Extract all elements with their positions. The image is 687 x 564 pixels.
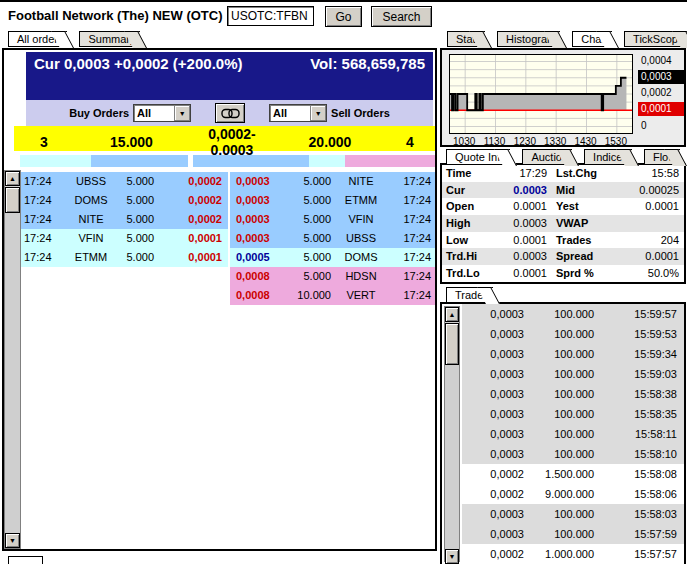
- x-axis-label: 1130: [482, 136, 508, 147]
- quote-label: Time: [442, 165, 498, 182]
- instrument-title: Football Network (The) NEW (OTC): [8, 8, 222, 23]
- x-axis-label: 1430: [573, 136, 599, 147]
- order-price: 0,0002: [168, 191, 228, 210]
- scrollbar-thumb[interactable]: [5, 187, 20, 213]
- buy-order-row[interactable]: 17:24UBSS5.0000,0002: [20, 172, 228, 191]
- trade-time: 15:58:08: [594, 464, 684, 484]
- quote-label: Trd.Hi: [442, 248, 498, 265]
- buy-depth-bar: [20, 155, 188, 167]
- trade-row[interactable]: 0,0003100.00015:59:57: [462, 304, 684, 324]
- order-size: 5.000: [120, 248, 168, 267]
- quote-label: Open: [442, 198, 498, 215]
- trade-row[interactable]: 0,0003100.00015:58:03: [462, 504, 684, 524]
- market-maker: VFIN: [62, 229, 120, 248]
- tab-chart[interactable]: Chart: [572, 31, 612, 47]
- trade-time: 15:58:06: [594, 484, 684, 504]
- quote-row: Cur0.0003Mid0.00025: [442, 182, 684, 199]
- sell-order-row[interactable]: 0,000810.000VERT17:24: [230, 286, 435, 305]
- buy-order-row[interactable]: 17:24ETMM5.0000,0001: [20, 248, 228, 267]
- sell-filter-value: All: [270, 105, 310, 121]
- trades-scrollbar[interactable]: ▲ ▼: [444, 306, 460, 562]
- order-filter-bar: Buy Orders All ▼ All ▼ Sell Orders: [26, 100, 433, 126]
- tab-flow[interactable]: Flow: [644, 149, 680, 165]
- trade-price: 0,0003: [462, 344, 524, 364]
- scroll-up-icon[interactable]: ▲: [5, 171, 20, 186]
- order-time: 17:24: [20, 172, 62, 191]
- trade-row[interactable]: 0,00029.000.00015:58:06: [462, 484, 684, 504]
- depth-bars: [4, 155, 435, 167]
- trade-time: 15:58:10: [594, 444, 684, 464]
- tab-quote-info[interactable]: Quote Info: [446, 149, 510, 165]
- trade-row[interactable]: 0,0003100.00015:59:53: [462, 324, 684, 344]
- quote-label: Low: [442, 232, 498, 249]
- tab-trades[interactable]: Trades: [446, 287, 493, 303]
- tab-stats[interactable]: Stats: [447, 31, 485, 47]
- sell-order-row[interactable]: 0,00035.000NITE17:24: [230, 172, 435, 191]
- order-price: 0,0002: [168, 172, 228, 191]
- go-button[interactable]: Go: [325, 6, 362, 27]
- market-maker: VERT: [333, 286, 389, 305]
- trade-row[interactable]: 0,0003100.00015:58:35: [462, 404, 684, 424]
- market-maker: NITE: [333, 172, 389, 191]
- link-filters-button[interactable]: [215, 103, 245, 123]
- order-price: 0,0002: [168, 210, 228, 229]
- trade-row[interactable]: 0,0003100.00015:57:59: [462, 524, 684, 544]
- trade-size: 1.000.000: [524, 544, 594, 564]
- tab-auction[interactable]: Auction: [522, 149, 572, 165]
- trade-row[interactable]: 0,0003100.00015:59:34: [462, 344, 684, 364]
- ask-count: 4: [385, 134, 435, 150]
- quote-row: High0.0003VWAP: [442, 215, 684, 232]
- chevron-down-icon[interactable]: ▼: [174, 105, 190, 121]
- tab-tickscope[interactable]: TickScope: [624, 31, 687, 47]
- chevron-down-icon[interactable]: ▼: [310, 105, 326, 121]
- buy-order-row[interactable]: 17:24NITE5.0000,0002: [20, 210, 228, 229]
- trade-row[interactable]: 0,00021.000.00015:57:57: [462, 544, 684, 564]
- order-time: 17:24: [389, 248, 435, 267]
- scroll-down-icon[interactable]: ▼: [445, 549, 459, 564]
- buy-orders-label: Buy Orders: [69, 107, 129, 119]
- trade-row[interactable]: 0,00021.500.00015:58:08: [462, 464, 684, 484]
- trade-price: 0,0003: [462, 404, 524, 424]
- sell-order-row[interactable]: 0,00035.000UBSS17:24: [230, 229, 435, 248]
- tab-all-orders[interactable]: All orders: [8, 31, 67, 47]
- quote-label: Sprd %: [552, 265, 618, 282]
- y-axis-label: 0,0002: [638, 86, 684, 100]
- sell-order-row[interactable]: 0,00085.000HDSN17:24: [230, 267, 435, 286]
- trade-price: 0,0003: [462, 424, 524, 444]
- search-button[interactable]: Search: [371, 6, 432, 27]
- trade-row[interactable]: 0,0003100.00015:58:10: [462, 444, 684, 464]
- tab-summary[interactable]: Summary: [79, 31, 139, 47]
- x-axis-label: 1230: [512, 136, 538, 147]
- buy-filter-select[interactable]: All ▼: [133, 104, 191, 122]
- quote-row: Low0.0001Trades204: [442, 232, 684, 249]
- scroll-up-icon[interactable]: ▲: [445, 307, 459, 322]
- trade-row[interactable]: 0,0003100.00015:58:38: [462, 384, 684, 404]
- orderbook-scrollbar[interactable]: ▲ ▼: [4, 170, 21, 549]
- order-price: 0,0008: [230, 286, 290, 305]
- quote-tabs: Quote InfoAuctionIndicesFlow: [446, 149, 687, 165]
- scroll-down-icon[interactable]: ▼: [5, 533, 20, 548]
- market-maker: VFIN: [333, 210, 389, 229]
- x-axis-label: 1530: [603, 136, 629, 147]
- order-time: 17:24: [389, 229, 435, 248]
- trade-price: 0,0003: [462, 524, 524, 544]
- tab-histogram[interactable]: Histogram: [497, 31, 560, 47]
- sell-order-row[interactable]: 0,00035.000VFIN17:24: [230, 210, 435, 229]
- order-time: 17:24: [20, 210, 62, 229]
- sell-filter-select[interactable]: All ▼: [269, 104, 327, 122]
- tab-indices[interactable]: Indices: [584, 149, 632, 165]
- quote-value: 0.00025: [618, 182, 684, 199]
- buy-order-row[interactable]: 17:24VFIN5.0000,0001: [20, 229, 228, 248]
- trade-row[interactable]: 0,0003100.00015:59:03: [462, 364, 684, 384]
- trade-price: 0,0003: [462, 364, 524, 384]
- sell-order-row[interactable]: 0,00035.000ETMM17:24: [230, 191, 435, 210]
- scrollbar-thumb[interactable]: [445, 323, 459, 365]
- buy-order-list: 17:24UBSS5.0000,000217:24DOMS5.0000,0002…: [20, 172, 228, 267]
- buy-filter-value: All: [134, 105, 174, 121]
- sell-order-row[interactable]: 0,00055.000DOMS17:24: [230, 248, 435, 267]
- quote-banner: Cur 0,0003 +0,0002 (+200.0%) Vol: 568,65…: [26, 52, 433, 100]
- buy-order-row[interactable]: 17:24DOMS5.0000,0002: [20, 191, 228, 210]
- trade-size: 100.000: [524, 444, 594, 464]
- trade-row[interactable]: 0,0003100.00015:58:11: [462, 424, 684, 444]
- symbol-input[interactable]: [227, 6, 314, 26]
